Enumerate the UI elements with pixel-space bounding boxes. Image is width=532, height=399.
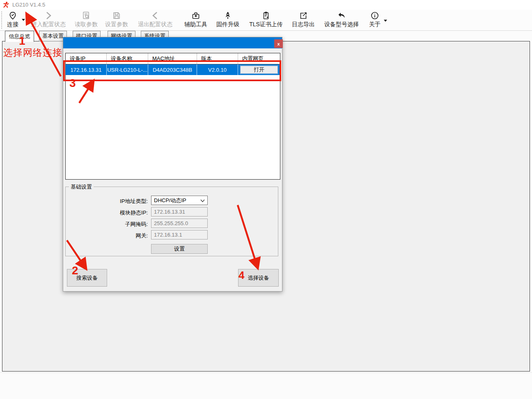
toolbar-set-params-label: 设置参数	[105, 21, 128, 28]
device-col-version: 版本	[197, 53, 238, 64]
toolbar-aux-tools-label: 辅助工具	[184, 21, 207, 28]
certificate-upload-icon	[261, 11, 271, 21]
toolbar-log-export-label: 日志导出	[292, 21, 315, 28]
rocket-icon	[223, 11, 232, 21]
toolbar-tls-cert-upload-button[interactable]: TLS证书上传	[245, 11, 287, 30]
tab-basic-settings-label: 基本设置	[42, 32, 64, 40]
toolbar-read-params-button[interactable]: 读取参数	[72, 11, 100, 30]
chevron-right-icon	[44, 11, 53, 21]
select-device-button[interactable]: 选择设备	[238, 269, 279, 287]
toolbar-overflow-caret-icon[interactable]	[383, 19, 388, 22]
toolbar-gripper[interactable]	[1, 11, 2, 29]
gateway-addr-label: 网关:	[66, 232, 148, 239]
subnet-mask-input[interactable]	[151, 219, 208, 228]
device-list[interactable]: 设备IP 设备名称 MAC地址 版本 内置网页 172.16.13.31 USR…	[65, 53, 280, 180]
toolbar-connect-button[interactable]: 连接	[3, 11, 22, 30]
toolbar-firmware-upgrade-label: 固件升级	[216, 21, 239, 28]
device-col-ip: 设备IP	[66, 53, 107, 64]
chevron-left-icon	[151, 11, 159, 21]
tab-info-overview[interactable]: 信息总览	[5, 31, 34, 42]
pin-check-icon	[8, 11, 17, 21]
device-col-webpage: 内置网页	[238, 53, 281, 64]
static-ip-label: 模块静态IP:	[66, 209, 148, 217]
subnet-mask-label: 子网掩码:	[66, 221, 148, 228]
device-list-header: 设备IP 设备名称 MAC地址 版本 内置网页	[66, 53, 280, 64]
export-icon	[299, 11, 308, 21]
tab-info-overview-label: 信息总览	[9, 33, 30, 40]
info-icon	[370, 11, 379, 21]
device-row-selected[interactable]: 172.16.13.31 USR-LG210-L-... D4AD203C348…	[66, 64, 280, 75]
gateway-addr-input[interactable]	[151, 230, 208, 239]
doc-search-icon	[82, 11, 91, 21]
set-button[interactable]: 设置	[151, 244, 208, 254]
toolbar-connect-label: 连接	[7, 21, 18, 28]
toolbar-read-params-label: 读取参数	[75, 21, 98, 28]
toolbar-log-export-button[interactable]: 日志导出	[289, 11, 318, 30]
dialog-close-button[interactable]: x	[274, 39, 283, 48]
static-ip-input[interactable]	[151, 207, 208, 217]
dialog-titlebar[interactable]	[63, 37, 282, 48]
ip-type-value: DHCP/动态IP	[154, 197, 186, 204]
toolbox-icon	[191, 11, 200, 21]
device-mac-cell: D4AD203C348B	[148, 64, 197, 75]
window-titlebar: LG210 V1.4.5	[0, 0, 532, 10]
basic-settings-title: 基础设置	[69, 183, 94, 191]
toolbar-firmware-upgrade-button[interactable]: 固件升级	[213, 11, 242, 30]
window-title: LG210 V1.4.5	[12, 2, 45, 8]
search-device-button[interactable]: 搜索设备	[67, 269, 107, 287]
toolbar-exit-config-label: 退出配置状态	[138, 21, 172, 28]
toolbar-tls-cert-upload-label: TLS证书上传	[249, 21, 283, 28]
device-name-cell: USR-LG210-L-...	[107, 64, 148, 75]
device-search-dialog: x 设备IP 设备名称 MAC地址 版本 内置网页 172.16.13.31 U…	[63, 37, 282, 292]
app-logo-icon	[2, 1, 9, 8]
select-caret-down-icon	[200, 199, 205, 202]
open-webpage-button[interactable]: 打开	[240, 65, 278, 74]
device-version-cell: V2.0.10	[197, 64, 238, 75]
save-icon	[112, 11, 121, 21]
toolbar-enter-config-label: 进入配置状态	[31, 21, 66, 28]
device-col-name: 设备名称	[107, 53, 148, 64]
device-col-mac: MAC地址	[148, 53, 197, 64]
toolbar-device-model-select-button[interactable]: 设备型号选择	[320, 11, 363, 30]
basic-settings-group: 基础设置 IP地址类型: DHCP/动态IP 模块静态IP: 子网掩码: 网关:…	[65, 187, 278, 256]
toolbar-about-label: 关于	[369, 21, 381, 28]
ip-type-select[interactable]: DHCP/动态IP	[151, 196, 208, 205]
connect-caret-down-icon[interactable]	[21, 18, 25, 21]
toolbar: 连接 进入配置状态 读取参数 设置参数	[0, 10, 532, 31]
toolbar-enter-config-button[interactable]: 进入配置状态	[26, 11, 71, 30]
ip-type-label: IP地址类型:	[66, 198, 148, 205]
toolbar-exit-config-button[interactable]: 退出配置状态	[133, 11, 177, 30]
toolbar-device-model-select-label: 设备型号选择	[324, 21, 359, 28]
toolbar-about-button[interactable]: 关于	[365, 11, 384, 30]
back-arrow-icon	[337, 11, 346, 21]
toolbar-set-params-button[interactable]: 设置参数	[103, 11, 131, 30]
device-ip-cell: 172.16.13.31	[66, 64, 107, 75]
desktop-background	[0, 372, 532, 399]
toolbar-aux-tools-button[interactable]: 辅助工具	[181, 11, 210, 30]
